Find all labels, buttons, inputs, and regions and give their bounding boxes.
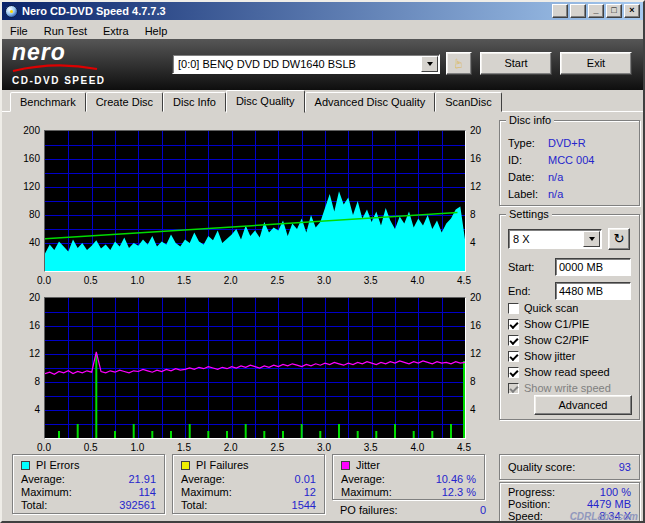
menu-help[interactable]: Help xyxy=(137,24,176,38)
maximum-value: 12.3 % xyxy=(442,486,476,498)
checkbox-show-c1-pie[interactable]: Show C1/PIE xyxy=(508,317,635,331)
axis-tick-label: 16 xyxy=(29,320,40,331)
checkbox-icon xyxy=(508,383,519,394)
right-axis-labels: 20161284 xyxy=(468,297,494,439)
end-mb-input[interactable] xyxy=(555,282,631,300)
average-value: 21.91 xyxy=(128,473,156,485)
axis-tick-label: 1.5 xyxy=(177,275,191,286)
checkbox-show-read-speed[interactable]: Show read speed xyxy=(508,365,635,379)
minimize-button[interactable]: _ xyxy=(588,4,604,18)
checkbox-show-write-speed: Show write speed xyxy=(508,381,635,395)
start-mb-input[interactable] xyxy=(555,258,631,276)
disc-label-label: Label: xyxy=(508,188,538,200)
advanced-button[interactable]: Advanced xyxy=(534,395,632,415)
axis-tick-label: 120 xyxy=(23,181,40,192)
axis-tick-label: 4 xyxy=(470,237,476,248)
axis-tick-label: 160 xyxy=(23,153,40,164)
axis-tick-label: 3.0 xyxy=(317,442,331,453)
axis-tick-label: 0.5 xyxy=(84,442,98,453)
drive-select-arrow-button[interactable] xyxy=(421,56,438,72)
nero-logo: nero CD-DVD SPEED xyxy=(12,42,106,86)
disc-id-label: ID: xyxy=(508,154,522,166)
checkbox-quick-scan[interactable]: Quick scan xyxy=(508,301,635,315)
axis-tick-label: 12 xyxy=(29,348,40,359)
menu-bar: File Run Test Extra Help xyxy=(2,22,643,39)
pi-errors-scan-canvas xyxy=(45,131,465,271)
disc-type-label: Type: xyxy=(508,137,535,149)
progress-value: 100 % xyxy=(600,486,631,498)
exit-button[interactable]: Exit xyxy=(560,52,632,75)
jitter-stats-panel: Jitter Average:10.46 % Maximum:12.3 % xyxy=(332,454,485,500)
disc-label-row: Label: n/a xyxy=(508,188,631,201)
checkbox-icon xyxy=(508,351,519,362)
drive-select[interactable]: [0:0] BENQ DVD DD DW1640 BSLB xyxy=(172,54,440,74)
maximum-label: Maximum: xyxy=(21,486,72,498)
title-bar: Nero CD-DVD Speed 4.7.7.3 _ □ × xyxy=(2,2,643,20)
pi-errors-title: PI Errors xyxy=(36,459,79,471)
nero-logo-swoosh xyxy=(12,64,98,73)
pi-failures-title: PI Failures xyxy=(196,459,249,471)
po-failures-label: PO failures: xyxy=(340,504,397,516)
axis-tick-label: 4.0 xyxy=(410,275,424,286)
position-label: Position: xyxy=(508,498,550,510)
axis-tick-label: 0.5 xyxy=(84,275,98,286)
refresh-speeds-button[interactable]: ↻ xyxy=(608,228,630,250)
window-title: Nero CD-DVD Speed 4.7.7.3 xyxy=(22,5,550,17)
titlebar-extra-button-1[interactable] xyxy=(552,4,568,18)
titlebar-extra-button-2[interactable] xyxy=(570,4,586,18)
average-value: 10.46 % xyxy=(436,473,476,485)
write-test-button[interactable]: ☞ xyxy=(446,52,472,75)
chevron-down-icon xyxy=(589,237,595,241)
disc-date-label: Date: xyxy=(508,171,534,183)
quality-score-value: 93 xyxy=(619,455,631,479)
app-icon[interactable] xyxy=(5,5,18,18)
checkbox-show-jitter[interactable]: Show jitter xyxy=(508,349,635,363)
axis-tick-label: 8 xyxy=(470,209,476,220)
x-axis-labels: 0.00.51.01.52.02.53.03.54.04.5 xyxy=(44,275,468,287)
axis-tick-label: 4 xyxy=(34,404,40,415)
scan-speed-arrow-button[interactable] xyxy=(583,231,600,247)
axis-tick-label: 4.5 xyxy=(457,442,471,453)
axis-tick-label: 3.5 xyxy=(364,275,378,286)
disc-label-value: n/a xyxy=(548,188,563,200)
average-label: Average: xyxy=(341,473,385,485)
left-axis-labels: 20161284 xyxy=(8,297,42,439)
menu-run-test[interactable]: Run Test xyxy=(36,24,95,38)
tab-create-disc[interactable]: Create Disc xyxy=(86,92,163,112)
average-label: Average: xyxy=(181,473,225,485)
pi-failures-legend-swatch xyxy=(181,461,190,470)
tab-disc-info[interactable]: Disc Info xyxy=(163,92,226,112)
pi-errors-chart: 2001601208040 20161284 0.00.51.01.52.02.… xyxy=(2,130,502,290)
disc-date-row: Date: n/a xyxy=(508,171,631,184)
axis-tick-label: 16 xyxy=(470,153,481,164)
tab-bar: Benchmark Create Disc Disc Info Disc Qua… xyxy=(10,92,502,112)
menu-extra[interactable]: Extra xyxy=(95,24,137,38)
pi-errors-legend-swatch xyxy=(21,461,30,470)
tab-disc-quality[interactable]: Disc Quality xyxy=(226,90,305,113)
jitter-header: Jitter xyxy=(341,459,380,471)
menu-file[interactable]: File xyxy=(2,24,36,38)
axis-tick-label: 0.0 xyxy=(37,275,51,286)
axis-tick-label: 40 xyxy=(29,237,40,248)
quality-score-panel: Quality score: 93 xyxy=(499,454,640,480)
checkbox-show-c2-pif[interactable]: Show C2/PIF xyxy=(508,333,635,347)
pi-failures-stats-panel: PI Failures Average:0.01 Maximum:12 Tota… xyxy=(172,454,325,514)
tab-scandisc[interactable]: ScanDisc xyxy=(435,92,501,112)
tab-benchmark[interactable]: Benchmark xyxy=(10,92,86,112)
axis-tick-label: 1.5 xyxy=(177,442,191,453)
total-value: 1544 xyxy=(292,499,316,511)
cddvd-speed-logo-text: CD-DVD SPEED xyxy=(12,75,106,86)
axis-tick-label: 12 xyxy=(470,348,481,359)
end-mb-label: End: xyxy=(508,285,531,297)
maximize-button[interactable]: □ xyxy=(606,4,622,18)
maximum-value: 12 xyxy=(304,486,316,498)
scan-speed-value: 8 X xyxy=(509,233,583,245)
pi-errors-stats-panel: PI Errors Average:21.91 Maximum:114 Tota… xyxy=(12,454,165,514)
scan-speed-select[interactable]: 8 X xyxy=(508,229,602,249)
axis-tick-label: 4.0 xyxy=(410,442,424,453)
start-button[interactable]: Start xyxy=(480,52,552,75)
pif-jitter-chart: 20161284 20161284 0.00.51.01.52.02.53.03… xyxy=(2,297,502,457)
tab-advanced-disc-quality[interactable]: Advanced Disc Quality xyxy=(305,92,436,112)
close-button[interactable]: × xyxy=(624,4,640,18)
total-value: 392561 xyxy=(119,499,156,511)
